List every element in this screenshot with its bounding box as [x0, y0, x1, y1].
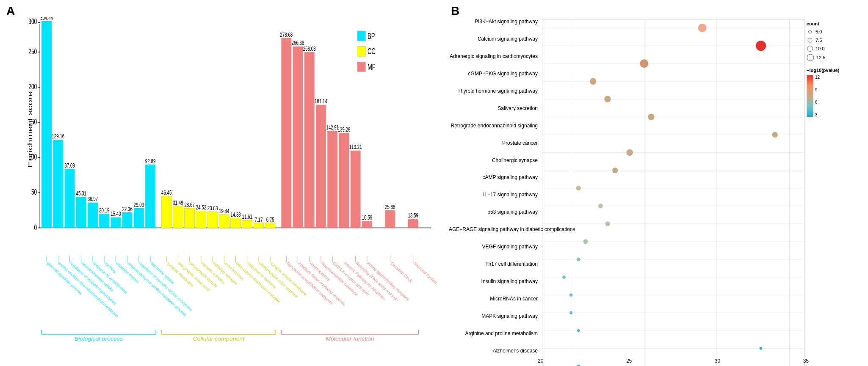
svg-rect-63 — [316, 105, 326, 228]
svg-text:23.83: 23.83 — [207, 205, 218, 212]
svg-text:142.91: 142.91 — [326, 124, 339, 131]
svg-text:300: 300 — [28, 17, 37, 25]
svg-text:Circadian Clock: Circadian Clock — [390, 261, 414, 283]
svg-point-189 — [576, 186, 581, 190]
color-9: 9 — [815, 88, 820, 92]
pathway-label-8: Cholinergic synapse — [449, 158, 538, 163]
dot-plot — [542, 19, 804, 366]
pathway-label-9: cAMP signaling pathway — [449, 175, 538, 180]
svg-point-181 — [756, 41, 766, 51]
svg-text:113.21: 113.21 — [349, 143, 362, 151]
count-legend-title: count — [807, 21, 866, 26]
pathway-label-6: Retrograde endocannabinoid signaling — [449, 123, 538, 128]
svg-point-190 — [598, 204, 603, 208]
svg-point-195 — [569, 293, 573, 297]
svg-text:250: 250 — [28, 47, 37, 56]
panel-a: A Enrichment score 0 50 100 150 200 250 … — [0, 0, 445, 366]
svg-point-202 — [807, 46, 813, 52]
svg-text:Molecular function: Molecular function — [326, 336, 374, 342]
svg-point-186 — [772, 132, 778, 138]
svg-rect-47 — [219, 215, 229, 228]
color-3: 3 — [815, 113, 820, 117]
svg-text:6.75: 6.75 — [266, 216, 274, 223]
x-axis-labels: 20 25 30 35 — [538, 358, 809, 364]
svg-rect-59 — [293, 47, 303, 228]
svg-text:15.40: 15.40 — [111, 210, 121, 217]
svg-point-184 — [604, 96, 611, 102]
svg-text:10.59: 10.59 — [362, 214, 372, 221]
svg-point-203 — [807, 54, 814, 61]
svg-text:87.09: 87.09 — [64, 162, 75, 169]
svg-rect-79 — [357, 47, 366, 56]
svg-text:46.45: 46.45 — [161, 189, 171, 196]
svg-text:BP: BP — [368, 31, 375, 41]
svg-point-200 — [809, 30, 812, 33]
pathway-label-0: PI3K−Akt signaling pathway — [449, 19, 538, 24]
svg-rect-35 — [145, 165, 155, 228]
pathway-label-18: Arginine and proline metabolism — [449, 331, 538, 336]
svg-point-192 — [583, 239, 588, 244]
svg-text:50: 50 — [31, 188, 37, 196]
pathway-label-7: Prostate cancer — [449, 140, 538, 146]
count-12-5: 12.5 — [816, 55, 825, 60]
pathway-label-11: p53 signaling pathway — [449, 209, 538, 215]
svg-rect-21 — [65, 169, 75, 228]
svg-text:25.88: 25.88 — [385, 204, 395, 211]
svg-text:266.38: 266.38 — [292, 39, 304, 47]
svg-text:36.97: 36.97 — [88, 195, 98, 203]
svg-text:139.28: 139.28 — [337, 126, 350, 133]
svg-rect-57 — [281, 38, 291, 228]
svg-text:Cellular component: Cellular component — [193, 336, 245, 342]
bar-chart: Enrichment score 0 50 100 150 200 250 30… — [25, 17, 440, 256]
svg-text:CC: CC — [368, 47, 376, 56]
svg-point-183 — [590, 78, 597, 84]
count-10: 10.0 — [815, 46, 824, 51]
svg-text:45.31: 45.31 — [76, 190, 86, 197]
svg-rect-17 — [41, 21, 52, 228]
svg-text:29.03: 29.03 — [134, 201, 144, 209]
svg-rect-55 — [265, 223, 275, 228]
svg-text:13.59: 13.59 — [408, 212, 418, 219]
svg-point-191 — [605, 221, 610, 226]
svg-rect-29 — [111, 217, 121, 228]
svg-rect-49 — [231, 218, 241, 228]
svg-point-194 — [562, 275, 566, 279]
x-tick-20: 20 — [538, 358, 543, 364]
svg-text:Biological process: Biological process — [75, 336, 123, 342]
pathway-label-10: IL−17 signaling pathway — [449, 192, 538, 197]
svg-rect-39 — [173, 206, 183, 228]
x-tick-35: 35 — [803, 358, 809, 364]
svg-point-188 — [612, 168, 618, 173]
svg-rect-65 — [327, 131, 337, 228]
panel-b-label: B — [451, 4, 459, 18]
svg-rect-73 — [385, 210, 395, 228]
pathway-label-2: Adrenergic signaling in cardiomyocytes — [449, 54, 538, 59]
svg-text:31.49: 31.49 — [173, 199, 183, 206]
legend-b: count 5.0 7.5 10.0 12.5 −log10(pvalue) — [807, 21, 866, 117]
svg-text:22.36: 22.36 — [122, 206, 132, 213]
svg-rect-67 — [339, 133, 349, 228]
svg-rect-27 — [99, 214, 109, 228]
pathway-label-4: Thyroid hormone signaling pathway — [449, 88, 538, 94]
panel-a-label: A — [6, 4, 15, 18]
svg-rect-61 — [304, 52, 315, 228]
svg-text:20.19: 20.19 — [99, 207, 109, 214]
x-tick-30: 30 — [715, 358, 720, 364]
svg-point-197 — [577, 329, 580, 332]
svg-text:92.89: 92.89 — [145, 158, 155, 165]
svg-text:258.03: 258.03 — [303, 45, 316, 52]
pathway-label-12: AGE−RAGE signaling pathway in diabetic c… — [449, 227, 538, 232]
count-5: 5.0 — [815, 29, 822, 34]
svg-text:24.52: 24.52 — [196, 204, 206, 211]
svg-rect-75 — [408, 219, 418, 228]
svg-point-196 — [569, 311, 572, 314]
y-axis-labels: PI3K−Akt signaling pathway Calcium signa… — [449, 19, 538, 353]
svg-rect-43 — [196, 211, 206, 228]
pathway-label-14: Th17 cell differentiation — [449, 261, 538, 267]
color-6: 6 — [815, 100, 820, 105]
svg-rect-69 — [351, 151, 361, 228]
color-legend-title: −log10(pvalue) — [807, 68, 866, 73]
pathway-label-19: Alzheimer's disease — [449, 348, 538, 353]
color-12: 12 — [815, 75, 820, 80]
pathway-label-3: cGMP−PKG signaling pathway — [449, 71, 538, 76]
